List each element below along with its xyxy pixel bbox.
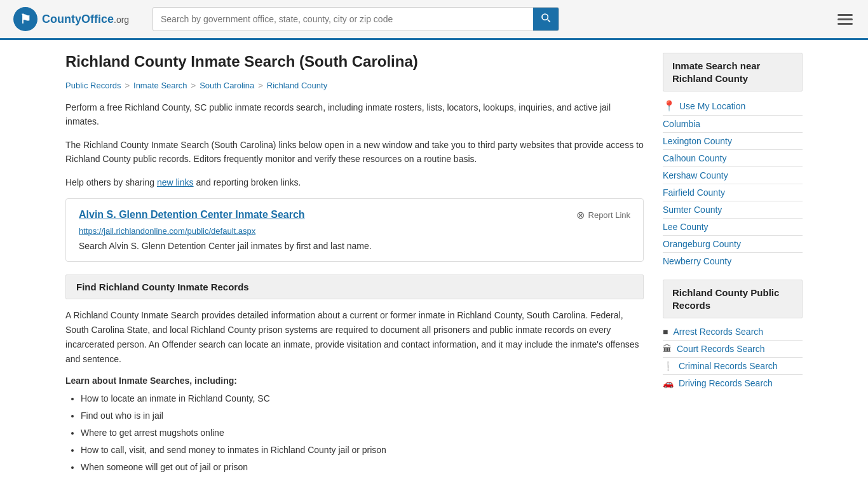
desc3-post: and reporting broken links. <box>194 177 301 187</box>
link-card-header: Alvin S. Glenn Detention Center Inmate S… <box>79 209 630 221</box>
find-section-title: Find Richland County Inmate Records <box>76 281 633 292</box>
breadcrumb-public-records[interactable]: Public Records <box>65 81 121 90</box>
sidebar-link-calhoun-county[interactable]: Calhoun County <box>663 150 803 167</box>
sidebar-records-title: Richland County PublicRecords <box>672 287 793 311</box>
sidebar-link-orangeburg-county[interactable]: Orangeburg County <box>663 236 803 253</box>
lexington-county-link[interactable]: Lexington County <box>663 136 803 146</box>
link-card-description: Search Alvin S. Glenn Detention Center j… <box>79 241 630 251</box>
location-dot-icon: 📍 <box>663 100 675 112</box>
sidebar-driving-records[interactable]: 🚗 Driving Records Search <box>663 375 803 391</box>
orangeburg-county-link[interactable]: Orangeburg County <box>663 239 803 249</box>
sidebar-link-newberry-county[interactable]: Newberry County <box>663 253 803 269</box>
breadcrumb-sep-1: > <box>125 81 130 90</box>
sidebar-link-columbia[interactable]: Columbia <box>663 116 803 133</box>
court-records-icon: 🏛 <box>663 344 672 354</box>
list-item: How to call, visit, and send money to in… <box>81 444 644 457</box>
search-input[interactable] <box>153 9 533 29</box>
criminal-records-link[interactable]: Criminal Records Search <box>679 361 778 371</box>
find-section-box: Find Richland County Inmate Records <box>65 274 644 299</box>
breadcrumb-sep-3: > <box>258 81 263 90</box>
sidebar-records-links: ■ Arrest Records Search 🏛 Court Records … <box>663 323 803 391</box>
sidebar-link-lexington-county[interactable]: Lexington County <box>663 133 803 150</box>
sidebar-nearby-links: 📍 Use My Location Columbia Lexington Cou… <box>663 97 803 269</box>
learn-list: How to locate an inmate in Richland Coun… <box>65 392 644 474</box>
sidebar-records-section: Richland County PublicRecords <box>663 280 803 318</box>
link-card-url[interactable]: https://jail.richlandonline.com/public/d… <box>79 226 630 236</box>
list-item: How to locate an inmate in Richland Coun… <box>81 392 644 405</box>
report-link-label: Report Link <box>588 210 630 220</box>
breadcrumb-richland-county[interactable]: Richland County <box>267 81 327 90</box>
svg-text:⚑: ⚑ <box>20 12 31 26</box>
arrest-records-link[interactable]: Arrest Records Search <box>673 327 763 337</box>
report-icon: ⊗ <box>576 209 585 221</box>
report-link-button[interactable]: ⊗ Report Link <box>576 209 630 221</box>
search-bar <box>153 7 559 31</box>
court-records-link[interactable]: Court Records Search <box>677 344 765 354</box>
header: ⚑ CountyOffice.org <box>0 0 868 40</box>
main-wrapper: Richland County Inmate Search (South Car… <box>53 40 815 488</box>
newberry-county-link[interactable]: Newberry County <box>663 256 803 266</box>
list-item: When someone will get out of jail or pri… <box>81 461 644 474</box>
use-my-location-link[interactable]: 📍 Use My Location <box>663 100 803 112</box>
new-links-link[interactable]: new links <box>157 177 194 187</box>
link-card-title[interactable]: Alvin S. Glenn Detention Center Inmate S… <box>79 209 305 220</box>
description-paragraph-3: Help others by sharing new links and rep… <box>65 175 644 189</box>
description-paragraph-1: Perform a free Richland County, SC publi… <box>65 100 644 129</box>
use-my-location-label: Use My Location <box>679 101 745 111</box>
kershaw-county-link[interactable]: Kershaw County <box>663 170 803 180</box>
sidebar-link-sumter-county[interactable]: Sumter County <box>663 201 803 219</box>
sumter-county-link[interactable]: Sumter County <box>663 205 803 215</box>
search-icon <box>541 13 551 23</box>
list-item: Find out who is in jail <box>81 409 644 423</box>
find-section-body: A Richland County Inmate Search provides… <box>65 308 644 367</box>
description-paragraph-2: The Richland County Inmate Search (South… <box>65 138 644 166</box>
logo-icon: ⚑ <box>13 6 38 32</box>
sidebar-link-kershaw-county[interactable]: Kershaw County <box>663 167 803 184</box>
hamburger-menu-icon[interactable] <box>835 11 855 27</box>
logo-text: CountyOffice.org <box>42 13 129 26</box>
breadcrumb-south-carolina[interactable]: South Carolina <box>200 81 254 90</box>
sidebar: Inmate Search nearRichland County 📍 Use … <box>663 53 803 478</box>
breadcrumb-sep-2: > <box>191 81 196 90</box>
sidebar-criminal-records[interactable]: ❕ Criminal Records Search <box>663 358 803 375</box>
svg-point-2 <box>542 14 548 20</box>
sidebar-nearby-title: Inmate Search nearRichland County <box>672 60 793 85</box>
page-title: Richland County Inmate Search (South Car… <box>65 53 644 71</box>
breadcrumb: Public Records > Inmate Search > South C… <box>65 81 644 90</box>
sidebar-court-records[interactable]: 🏛 Court Records Search <box>663 341 803 358</box>
sidebar-link-fairfield-county[interactable]: Fairfield County <box>663 184 803 201</box>
sidebar-use-location[interactable]: 📍 Use My Location <box>663 97 803 116</box>
learn-heading: Learn about Inmate Searches, including: <box>65 376 644 386</box>
link-card: Alvin S. Glenn Detention Center Inmate S… <box>65 198 644 262</box>
content-area: Richland County Inmate Search (South Car… <box>65 53 644 478</box>
lee-county-link[interactable]: Lee County <box>663 222 803 232</box>
logo-area: ⚑ CountyOffice.org <box>13 6 140 32</box>
sidebar-arrest-records[interactable]: ■ Arrest Records Search <box>663 323 803 341</box>
arrest-records-icon: ■ <box>663 327 668 337</box>
fairfield-county-link[interactable]: Fairfield County <box>663 187 803 198</box>
list-item: Where to get arrest mugshots online <box>81 426 644 440</box>
desc3-pre: Help others by sharing <box>65 177 157 187</box>
columbia-link[interactable]: Columbia <box>663 119 803 129</box>
criminal-records-icon: ❕ <box>663 361 674 371</box>
svg-line-3 <box>548 20 550 22</box>
breadcrumb-inmate-search[interactable]: Inmate Search <box>133 81 187 90</box>
calhoun-county-link[interactable]: Calhoun County <box>663 153 803 163</box>
driving-records-icon: 🚗 <box>663 378 674 388</box>
sidebar-link-lee-county[interactable]: Lee County <box>663 219 803 236</box>
driving-records-link[interactable]: Driving Records Search <box>679 378 773 388</box>
sidebar-nearby-section: Inmate Search nearRichland County <box>663 53 803 92</box>
search-button[interactable] <box>533 8 559 30</box>
